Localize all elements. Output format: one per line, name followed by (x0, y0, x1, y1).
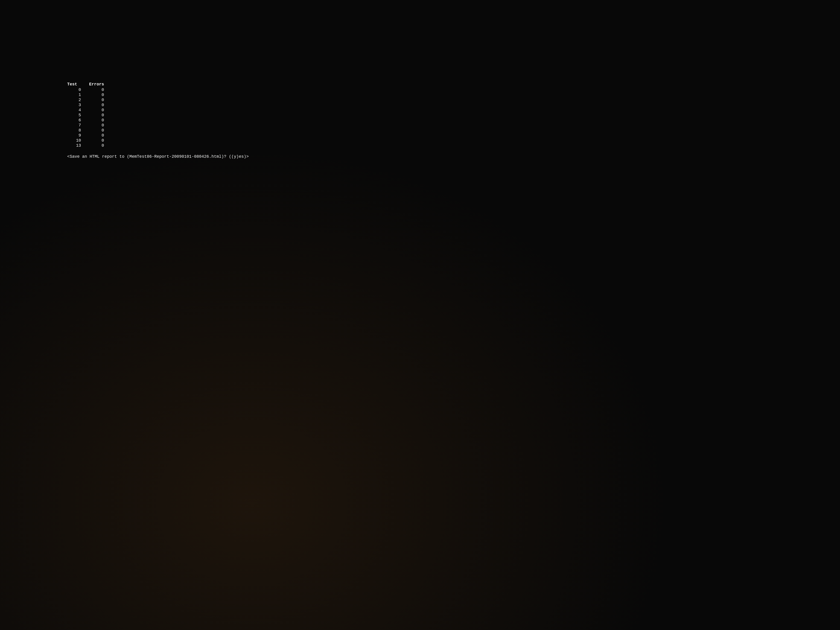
cell-test-8: 8 (67, 128, 86, 133)
cell-test-13: 13 (67, 143, 86, 148)
table-row: 4 0 (67, 108, 249, 112)
table-row: 9 0 (67, 133, 249, 138)
table-row: 6 0 (67, 118, 249, 123)
cell-errors-4: 0 (86, 108, 104, 112)
terminal-screen: Test Errors 0 0 1 0 2 0 3 0 4 0 (0, 0, 840, 630)
cell-test-5: 5 (67, 113, 86, 117)
terminal-content: Test Errors 0 0 1 0 2 0 3 0 4 0 (67, 82, 249, 159)
table-row: 10 0 (67, 138, 249, 143)
header-test: Test (67, 82, 86, 87)
save-prompt[interactable]: <Save an HTML report to (MemTest86-Repor… (67, 154, 249, 159)
cell-test-1: 1 (67, 93, 86, 97)
cell-test-9: 9 (67, 133, 86, 138)
cell-test-6: 6 (67, 118, 86, 123)
table-row: 2 0 (67, 98, 249, 102)
cell-test-3: 3 (67, 103, 86, 107)
cell-errors-13: 0 (86, 143, 104, 148)
table-row: 8 0 (67, 128, 249, 133)
cell-test-4: 4 (67, 108, 86, 112)
table-row: 7 0 (67, 123, 249, 128)
table-row: 3 0 (67, 103, 249, 107)
cell-errors-8: 0 (86, 128, 104, 133)
cell-test-7: 7 (67, 123, 86, 128)
table-row: 1 0 (67, 93, 249, 97)
cell-errors-7: 0 (86, 123, 104, 128)
cell-errors-5: 0 (86, 113, 104, 117)
header-errors: Errors (86, 82, 104, 87)
cell-errors-9: 0 (86, 133, 104, 138)
table-row: 5 0 (67, 113, 249, 117)
cell-errors-1: 0 (86, 93, 104, 97)
cell-test-10: 10 (67, 138, 86, 143)
cell-errors-3: 0 (86, 103, 104, 107)
cell-errors-10: 0 (86, 138, 104, 143)
table-header: Test Errors (67, 82, 249, 87)
cell-errors-0: 0 (86, 87, 104, 92)
cell-test-2: 2 (67, 98, 86, 102)
table-row: 0 0 (67, 87, 249, 92)
table-row: 13 0 (67, 143, 249, 148)
cell-errors-2: 0 (86, 98, 104, 102)
results-table: Test Errors 0 0 1 0 2 0 3 0 4 0 (67, 82, 249, 148)
cell-errors-6: 0 (86, 118, 104, 123)
cell-test-0: 0 (67, 87, 86, 92)
